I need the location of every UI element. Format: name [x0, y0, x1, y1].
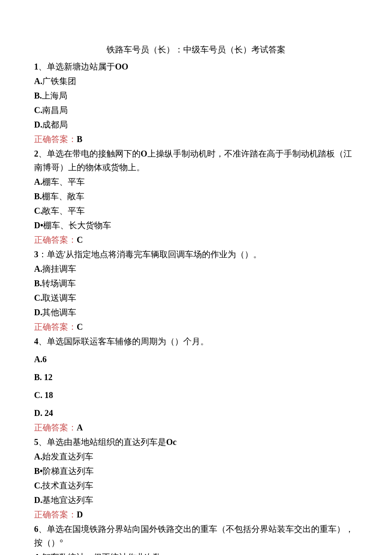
question-4: 4、单选国际联运客车辅修的周期为（）个月。 — [34, 334, 358, 348]
q2-mid: O — [141, 149, 147, 158]
q4-option-d: D. 24 — [34, 406, 358, 420]
q1-answer: 正确答案：B — [34, 132, 358, 146]
question-3: 3：单选'从指定地点将消毒完车辆取回调车场的作业为（）。 — [34, 247, 358, 261]
q6-option-a: A.卸车数统计，但不统计作业次数 — [34, 550, 358, 555]
q3-answer: 正确答案：C — [34, 320, 358, 334]
q2-option-b: B.棚车、敞车 — [34, 189, 358, 203]
q3-option-b: B.转场调车 — [34, 276, 358, 290]
q1-number: 1 — [34, 62, 38, 71]
q2-answer: 正确答案：C — [34, 233, 358, 247]
q1-option-b: B.上海局 — [34, 89, 358, 102]
q3-option-d: D.其他调车 — [34, 305, 358, 319]
q5-option-a: A.始发直达列车 — [34, 450, 358, 463]
question-6: 6、单选在国境铁路分界站向国外铁路交出的重车（不包括分界站装车交出的重车），按（… — [34, 522, 358, 549]
q4-option-a: A.6 — [34, 352, 358, 366]
question-5: 5、单选由基地站组织的直达列车是Oc — [34, 435, 358, 449]
q6-text: 、单选在国境铁路分界站向国外铁路交出的重车（不包括分界站装车交出的重车），按（）… — [34, 524, 354, 547]
q2-text1: 、单选在带电的接触网下的 — [38, 149, 141, 158]
q5-option-d: D.基地宜达列车 — [34, 493, 358, 507]
document-title: 铁路车号员（长）：中级车号员（长）考试答案 — [34, 43, 358, 56]
q2-option-c: C.敞车、平车 — [34, 204, 358, 218]
question-1: 1、单选新塘边站属于OO — [34, 60, 358, 73]
q5-text: 、单选由基地站组织的直达列车是 — [38, 437, 166, 447]
q4-option-b: B. 12 — [34, 370, 358, 384]
q3-number: 3 — [34, 250, 38, 259]
q1-option-a: A.广铁集团 — [34, 74, 358, 88]
q1-suffix: OO — [115, 62, 128, 71]
q3-option-a: A.摘挂调车 — [34, 262, 358, 276]
q6-number: 6 — [34, 524, 38, 534]
q1-option-c: C.南昌局 — [34, 103, 358, 117]
q1-text: 、单选新塘边站属于 — [38, 62, 115, 71]
q4-number: 4 — [34, 337, 38, 346]
q5-answer: 正确答案：D — [34, 508, 358, 521]
q5-option-c: C.技术直达列车 — [34, 479, 358, 492]
q1-option-d: D.成都局 — [34, 118, 358, 131]
q4-answer: 正确答案：A — [34, 421, 358, 434]
q5-option-b: B•阶梯直达列车 — [34, 464, 358, 478]
q5-number: 5 — [34, 437, 38, 447]
q3-text: ：单选'从指定地点将消毒完车辆取回调车场的作业为（）。 — [38, 250, 262, 259]
q4-text: 、单选国际联运客车辅修的周期为（）个月。 — [38, 337, 209, 346]
q2-option-a: A.棚车、平车 — [34, 175, 358, 189]
q5-suffix: Oc — [166, 437, 176, 447]
question-2: 2、单选在带电的接触网下的O上操纵手制动机时，不准许踏在高于手制动机踏板（江南博… — [34, 147, 358, 174]
q2-number: 2 — [34, 149, 38, 158]
q3-option-c: C.取送调车 — [34, 291, 358, 305]
q4-option-c: C. 18 — [34, 388, 358, 402]
q2-option-d: D•棚车、长大货物车 — [34, 218, 358, 232]
